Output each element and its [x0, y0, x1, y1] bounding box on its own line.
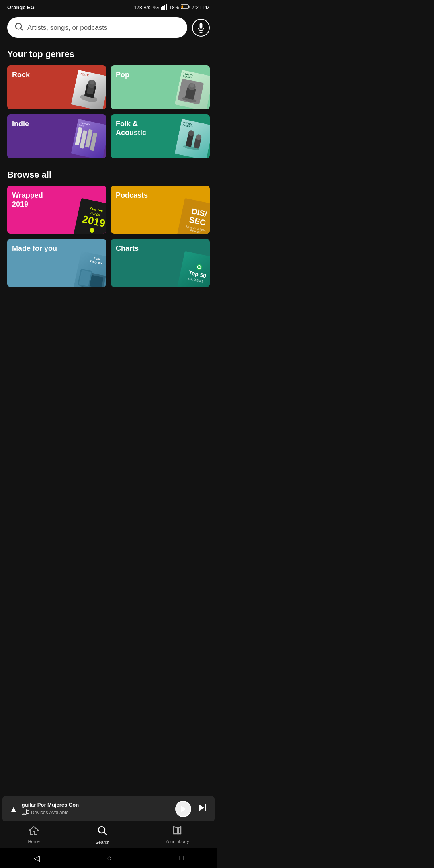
genre-art-folk: Infinite Acoustic [174, 119, 210, 158]
top-genres-heading: Your top genres [0, 45, 217, 65]
genre-grid: Rock ROCK Pop Today's [0, 65, 217, 166]
browse-label-charts: Charts [116, 244, 139, 253]
search-icon [14, 22, 23, 33]
browse-label-wrapped: Wrapped2019 [12, 191, 43, 209]
browse-label-madeforyou: Made for you [12, 244, 57, 253]
genre-label-folk: Folk &Acoustic [116, 120, 146, 137]
genre-art-pop: Today's Top Hits [174, 70, 210, 109]
genre-art-rock: ROCK [70, 70, 106, 109]
browse-grid: Wrapped2019 Your TopSongs 2019 Podcasts … [0, 186, 217, 292]
genre-label-pop: Pop [116, 71, 129, 80]
browse-art-madeforyou: YourDaily Mix [74, 251, 106, 287]
svg-line-8 [20, 28, 22, 30]
svg-rect-6 [182, 6, 183, 8]
genre-card-indie[interactable]: Indie Ultimate Indie [7, 114, 106, 158]
browse-card-madeforyou[interactable]: Made for you YourDaily Mix [7, 239, 106, 287]
genre-label-rock: Rock [12, 71, 30, 80]
carrier: Orange EG [7, 4, 35, 10]
network-speed: 178 B/s [134, 5, 151, 10]
battery-icon [181, 4, 190, 10]
status-bar: Orange EG 178 B/s 4G 18% 7:21 PM [0, 0, 217, 13]
browse-art-charts: Top 50 GLOBAL [178, 251, 210, 287]
svg-rect-9 [200, 23, 203, 29]
genre-label-indie: Indie [12, 120, 29, 129]
browse-art-podcasts: DIS/SEC Spotify's Original Podcast [178, 198, 210, 234]
genre-card-pop[interactable]: Pop Today's Top Hits [111, 65, 210, 109]
svg-rect-3 [166, 4, 167, 10]
browse-art-wrapped: Your TopSongs 2019 [74, 198, 106, 234]
network-type: 4G [152, 5, 159, 10]
svg-rect-0 [161, 7, 162, 10]
svg-rect-2 [164, 5, 165, 10]
main-scroll: Artists, songs, or podcasts Your top gen… [0, 13, 217, 380]
search-input-box[interactable]: Artists, songs, or podcasts [7, 17, 187, 38]
browse-all-heading: Browse all [0, 166, 217, 186]
status-right: 178 B/s 4G 18% 7:21 PM [134, 4, 210, 11]
search-bar-container: Artists, songs, or podcasts [0, 13, 217, 45]
genre-art-indie: Ultimate Indie [70, 119, 106, 158]
browse-label-podcasts: Podcasts [116, 191, 148, 200]
genre-card-folk[interactable]: Folk &Acoustic Infinite Acoustic [111, 114, 210, 158]
mic-button[interactable] [192, 19, 210, 37]
time: 7:21 PM [192, 5, 210, 10]
genre-card-rock[interactable]: Rock ROCK [7, 65, 106, 109]
svg-rect-1 [162, 6, 164, 10]
svg-rect-5 [189, 6, 190, 8]
signal-icon [161, 4, 167, 11]
search-placeholder: Artists, songs, or podcasts [27, 24, 107, 32]
battery-pct: 18% [169, 5, 179, 10]
browse-card-charts[interactable]: Charts Top 50 GLOBAL [111, 239, 210, 287]
browse-card-wrapped[interactable]: Wrapped2019 Your TopSongs 2019 [7, 186, 106, 234]
browse-card-podcasts[interactable]: Podcasts DIS/SEC Spotify's Original Podc… [111, 186, 210, 234]
